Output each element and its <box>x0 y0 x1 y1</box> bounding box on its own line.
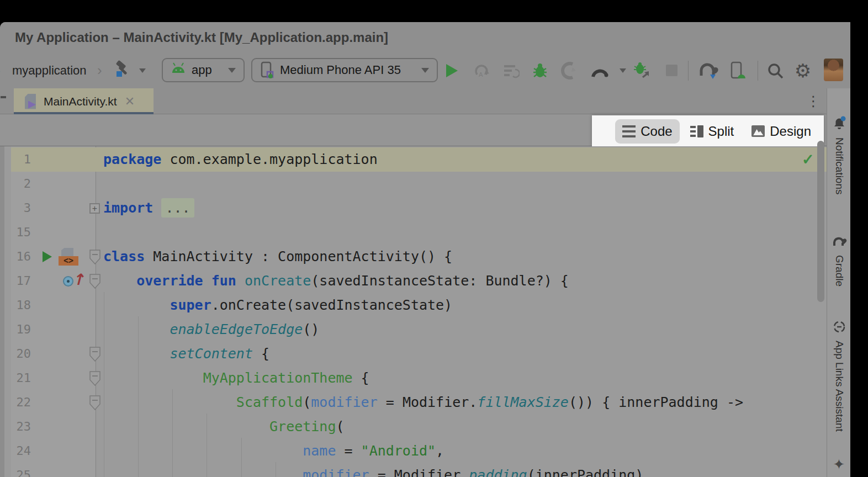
debug-button[interactable] <box>529 52 551 88</box>
bell-icon <box>832 116 846 132</box>
stop-button[interactable] <box>660 52 682 88</box>
tool-stripe-label: App Links Assistant <box>833 341 845 432</box>
build-dropdown-caret-icon[interactable] <box>139 52 146 88</box>
code-text: super.onCreate(savedInstanceState) <box>103 293 452 317</box>
code-line-20[interactable]: 20 setContent { <box>0 342 827 366</box>
left-stripe-dash-icon <box>1 96 6 98</box>
fold-collapse-icon[interactable] <box>89 342 100 366</box>
code-text: Scaffold(modifier = Modifier.fillMaxSize… <box>103 390 743 415</box>
line-number: 3 <box>11 196 31 220</box>
apply-changes-restart-activity-button[interactable]: A <box>470 52 493 88</box>
view-mode-design[interactable]: Design <box>744 119 818 144</box>
code-text: modifier = Modifier.padding(innerPadding… <box>103 463 643 477</box>
tool-stripe-label: Gradle <box>833 255 845 287</box>
settings-button[interactable]: ⚙ <box>792 52 814 88</box>
design-icon <box>751 125 765 137</box>
folded-imports-chip[interactable]: ... <box>161 198 194 218</box>
code-text: override fun onCreate(savedInstanceState… <box>103 269 569 293</box>
attach-debugger-button[interactable] <box>631 52 653 88</box>
tool-stripe-app-links-assistant[interactable]: App Links Assistant <box>827 320 850 432</box>
overriding-method-icon[interactable]: ↑ <box>62 269 82 293</box>
fold-collapse-icon[interactable] <box>89 390 100 415</box>
code-line-21[interactable]: 21 MyApplicationTheme { <box>0 366 827 390</box>
editor-scrollbar[interactable] <box>817 141 824 302</box>
fold-expand-icon[interactable]: + <box>89 196 100 220</box>
line-number: 21 <box>11 366 31 390</box>
code-line-24[interactable]: 24 name = "Android", <box>0 439 827 463</box>
line-number: 22 <box>11 390 31 415</box>
tool-stripe-label: Notifications <box>833 137 845 195</box>
inspection-ok-check-icon[interactable]: ✓ <box>802 147 814 172</box>
indent-guide <box>276 462 276 477</box>
tab-close-icon[interactable]: ✕ <box>125 94 135 109</box>
title-bar: My Application – MainActivity.kt [My_App… <box>0 22 850 52</box>
chevron-right-icon: › <box>0 52 1 88</box>
tab-label: MainActivity.kt <box>44 95 117 108</box>
run-button[interactable] <box>441 52 463 88</box>
code-text: class MainActivity : ComponentActivity()… <box>103 245 452 269</box>
gear-icon: ⚙ <box>795 61 811 80</box>
code-line-17[interactable]: 17↑ override fun onCreate(savedInstanceS… <box>0 269 827 293</box>
device-selector[interactable]: Medium Phone API 35 <box>251 58 438 82</box>
run-line-icon[interactable] <box>41 245 52 269</box>
search-everywhere-button[interactable] <box>764 52 786 88</box>
device-manager-button[interactable] <box>727 52 749 88</box>
main-toolbar: › myapplication › <box>0 52 850 88</box>
android-studio-window: My Application – MainActivity.kt [My_App… <box>0 0 868 477</box>
build-button[interactable] <box>112 52 133 88</box>
module-selector-label: app <box>192 63 212 77</box>
tab-mainactivity[interactable]: MainActivity.kt ✕ <box>14 88 154 114</box>
code-line-19[interactable]: 19 enableEdgeToEdge() <box>0 317 827 342</box>
profiler-low-overhead-button[interactable] <box>589 52 611 88</box>
code-text: name = "Android", <box>103 439 444 463</box>
line-number: 19 <box>11 317 31 342</box>
code-text: import ... <box>103 196 194 220</box>
code-line-15[interactable]: 15 <box>0 220 827 245</box>
breadcrumb[interactable]: myapplication <box>12 52 87 88</box>
code-icon <box>622 125 636 137</box>
virtual-device-icon <box>260 61 274 79</box>
apply-code-changes-button[interactable] <box>500 52 522 88</box>
view-mode-split[interactable]: Split <box>683 119 742 144</box>
editor-toolbar: CodeSplitDesign <box>0 114 850 146</box>
view-mode-code[interactable]: Code <box>615 119 679 144</box>
code-line-3[interactable]: 3+import ... <box>0 196 827 220</box>
code-line-25[interactable]: 25 modifier = Modifier.padding(innerPadd… <box>0 463 827 477</box>
hammer-icon <box>112 59 133 82</box>
kotlin-class-icon: <> <box>59 245 78 269</box>
tool-stripe-notifications[interactable]: Notifications <box>827 116 850 195</box>
kotlin-file-icon <box>25 94 38 109</box>
gemini-sparkle-icon[interactable]: ✦ <box>827 456 850 473</box>
module-selector[interactable]: app <box>162 58 245 82</box>
code-line-2[interactable]: 2 <box>0 172 827 196</box>
code-line-23[interactable]: 23 Greeting( <box>0 415 827 439</box>
view-mode-toggle: CodeSplitDesign <box>592 115 824 147</box>
toolbar-separator <box>688 61 689 81</box>
gradle-elephant-icon <box>832 235 847 250</box>
code-text: setContent { <box>103 342 269 366</box>
code-line-22[interactable]: 22 Scaffold(modifier = Modifier.fillMaxS… <box>0 390 827 415</box>
view-mode-label: Code <box>641 124 672 139</box>
code-line-16[interactable]: 16<>class MainActivity : ComponentActivi… <box>0 245 827 269</box>
user-avatar[interactable] <box>824 59 843 81</box>
view-mode-label: Design <box>770 124 811 139</box>
fold-collapse-icon[interactable] <box>89 269 100 293</box>
module-dropdown-caret-icon <box>228 68 236 73</box>
code-text: Greeting( <box>103 415 345 439</box>
line-number: 16 <box>11 245 31 269</box>
code-line-18[interactable]: 18 super.onCreate(savedInstanceState) <box>0 293 827 317</box>
code-line-1[interactable]: 1package com.example.myapplication✓ <box>0 147 827 172</box>
code-text: package com.example.myapplication <box>103 147 378 172</box>
fold-collapse-icon[interactable] <box>89 366 100 390</box>
sync-gradle-button[interactable] <box>695 52 721 88</box>
right-tool-stripe: NotificationsGradleApp Links Assistant✦ <box>827 88 850 477</box>
line-number: 25 <box>11 463 31 477</box>
breadcrumb-separator-icon: › <box>97 52 102 88</box>
profile-button[interactable] <box>558 52 580 88</box>
line-number: 2 <box>11 172 31 196</box>
tool-stripe-gradle[interactable]: Gradle <box>827 235 850 287</box>
fold-collapse-icon[interactable] <box>89 245 100 269</box>
tab-options-menu-icon[interactable]: ⋮ <box>803 88 823 114</box>
toolbar-separator <box>758 61 758 81</box>
code-editor[interactable]: 1package com.example.myapplication✓23+im… <box>0 146 827 477</box>
